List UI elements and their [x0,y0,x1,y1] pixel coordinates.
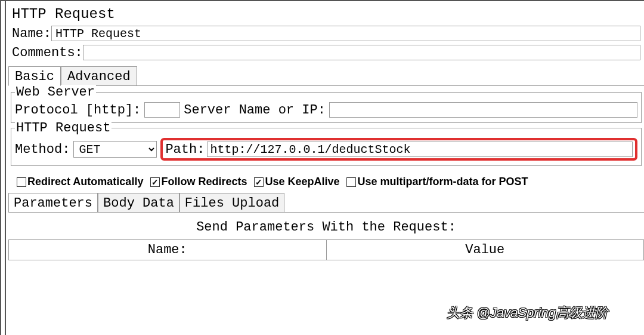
http-request-group: HTTP Request Method: GET Path: [11,128,642,166]
http-request-title: HTTP Request [15,121,112,136]
col-value[interactable]: Value [326,240,644,260]
tab-basic[interactable]: Basic [8,66,61,86]
comments-input[interactable] [83,45,640,60]
col-name[interactable]: Name: [9,240,327,260]
panel-title: HTTP Request [8,4,644,24]
checkbox-label: Use KeepAlive [265,176,339,188]
method-select[interactable]: GET [73,141,157,158]
web-server-title: Web Server [15,85,96,100]
checkbox-label: Follow Redirects [161,176,247,188]
path-label: Path: [165,142,205,157]
checkbox-icon: ✓ [254,177,264,187]
comments-label: Comments: [12,45,83,60]
checkbox-icon: ✓ [150,177,160,187]
protocol-label: Protocol [http]: [15,103,141,118]
table-header-row: Name: Value [9,240,644,260]
protocol-input[interactable] [144,102,180,118]
web-server-group: Web Server Protocol [http]: Server Name … [11,92,642,123]
checkbox-redirect-auto[interactable]: Redirect Automatically [17,176,143,188]
checkbox-label: Use multipart/form-data for POST [357,176,528,188]
checkbox-keepalive[interactable]: ✓ Use KeepAlive [254,176,339,188]
checkbox-icon [346,177,356,187]
tab-advanced[interactable]: Advanced [61,66,137,85]
server-label: Server Name or IP: [184,103,326,118]
checkbox-multipart[interactable]: Use multipart/form-data for POST [346,176,528,188]
name-label: Name: [12,26,51,41]
parameters-table: Name: Value [8,239,644,260]
watermark: 头条 @JavaSpring高级进阶 [447,304,608,322]
path-input[interactable] [207,142,633,157]
name-input[interactable] [51,26,640,41]
checkbox-follow-redirects[interactable]: ✓ Follow Redirects [150,176,247,188]
server-input[interactable] [329,102,637,118]
tab-files-upload[interactable]: Files Upload [179,193,284,212]
table-caption: Send Parameters With the Request: [8,217,644,239]
method-label: Method: [15,142,70,157]
tab-parameters[interactable]: Parameters [8,193,98,212]
tab-body-data[interactable]: Body Data [98,193,179,212]
checkbox-label: Redirect Automatically [27,176,143,188]
path-highlight: Path: [160,138,637,161]
checkbox-icon [17,177,26,187]
